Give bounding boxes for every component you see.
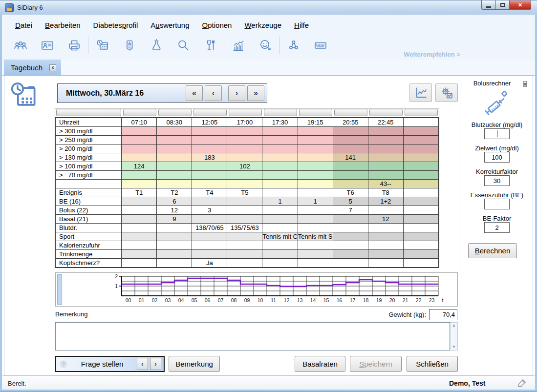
column-header-button[interactable] (405, 109, 438, 116)
diary-cell[interactable] (403, 224, 438, 232)
diary-cell[interactable] (368, 206, 403, 215)
diary-cell[interactable] (333, 215, 368, 224)
diary-cell[interactable] (333, 162, 368, 171)
diary-cell[interactable] (298, 127, 333, 136)
menu-bearbeiten[interactable]: Bearbeiten (39, 20, 87, 31)
diary-cell[interactable] (157, 127, 192, 136)
diary-cell[interactable]: 9 (157, 215, 192, 224)
diary-cell[interactable] (122, 180, 157, 188)
diary-cell[interactable] (192, 197, 227, 206)
toolbar-statistics-button[interactable] (225, 35, 252, 56)
diary-cell[interactable]: 22:45 (368, 118, 403, 127)
berechnen-button[interactable]: Berechnen (468, 243, 517, 258)
ask-question-panel[interactable]: ? Frage stellen ‹› (55, 356, 165, 372)
diary-cell[interactable] (227, 241, 262, 250)
diary-cell[interactable] (262, 127, 298, 136)
diary-cell[interactable] (298, 224, 333, 232)
toolbar-print-button[interactable] (61, 35, 87, 56)
statistics-view-button[interactable] (409, 83, 432, 102)
diary-cell[interactable] (403, 171, 438, 180)
diary-cell[interactable] (368, 171, 403, 180)
diary-cell[interactable] (192, 171, 227, 180)
diary-cell[interactable] (122, 144, 157, 153)
diary-cell[interactable]: 5 (333, 197, 368, 206)
diary-cell[interactable] (122, 259, 157, 268)
remark-button[interactable]: Bemerkung (169, 356, 220, 372)
diary-cell[interactable] (262, 180, 298, 188)
chart-grip-handle[interactable] (57, 274, 62, 305)
diary-cell[interactable] (227, 153, 262, 162)
diary-cell[interactable] (262, 250, 298, 259)
diary-cell[interactable] (298, 250, 333, 259)
diary-cell[interactable] (227, 206, 262, 215)
zielwert-input[interactable] (484, 152, 510, 163)
diary-cell[interactable] (227, 215, 262, 224)
diary-cell[interactable] (227, 197, 262, 206)
diary-cell[interactable] (368, 144, 403, 153)
diary-cell[interactable] (157, 241, 192, 250)
korrekturfaktor-input[interactable] (484, 175, 510, 186)
save-button[interactable]: Speichern (350, 356, 402, 372)
diary-cell[interactable] (298, 136, 333, 144)
diary-cell[interactable] (122, 136, 157, 144)
menu-werkzeuge[interactable]: Werkzeuge (238, 20, 288, 31)
menu-datei[interactable]: Datei (9, 20, 39, 31)
diary-cell[interactable] (368, 153, 403, 162)
diary-cell[interactable]: 183 (192, 153, 227, 162)
diary-cell[interactable] (403, 197, 438, 206)
diary-cell[interactable] (227, 127, 262, 136)
diary-cell[interactable] (403, 259, 438, 268)
diary-cell[interactable] (157, 180, 192, 188)
diary-cell[interactable]: 141 (333, 153, 368, 162)
diary-cell[interactable] (122, 171, 157, 180)
be-faktor-input[interactable] (484, 222, 510, 233)
diary-cell[interactable] (368, 162, 403, 171)
diary-cell[interactable] (298, 153, 333, 162)
diary-cell[interactable] (333, 241, 368, 250)
diary-cell[interactable]: 17:30 (262, 118, 298, 127)
diary-cell[interactable]: 7 (333, 206, 368, 215)
diary-cell[interactable] (192, 241, 227, 250)
diary-cell[interactable] (157, 259, 192, 268)
column-header-button[interactable] (264, 109, 297, 116)
diary-cell[interactable] (192, 127, 227, 136)
diary-cell[interactable]: T4 (192, 188, 227, 197)
diary-cell[interactable]: T8 (368, 188, 403, 197)
toolbar-search-button[interactable] (170, 35, 196, 56)
diary-cell[interactable] (403, 250, 438, 259)
toolbar-diary-button[interactable] (89, 35, 116, 56)
toolbar-nutrition-button[interactable] (196, 35, 223, 56)
diary-cell[interactable] (262, 136, 298, 144)
diary-cell[interactable] (368, 259, 403, 268)
diary-cell[interactable]: Tennis mit C (262, 232, 298, 241)
diary-cell[interactable] (157, 153, 192, 162)
diary-cell[interactable] (262, 259, 298, 268)
diary-cell[interactable] (333, 180, 368, 188)
diary-cell[interactable] (192, 215, 227, 224)
essenszufuhr-input[interactable] (484, 199, 510, 209)
diary-cell[interactable] (368, 241, 403, 250)
menu-optionen[interactable]: Optionen (196, 20, 238, 31)
diary-cell[interactable] (122, 241, 157, 250)
diary-cell[interactable] (403, 206, 438, 215)
diary-cell[interactable] (192, 180, 227, 188)
weight-input[interactable]: 70,4 (429, 309, 457, 320)
diary-cell[interactable] (403, 180, 438, 188)
column-header-button[interactable] (158, 109, 192, 116)
prev-week-button[interactable]: « (186, 85, 203, 101)
remark-scrollbar[interactable]: ▲ ▼ (450, 322, 458, 351)
diary-cell[interactable] (192, 136, 227, 144)
diary-cell[interactable] (368, 127, 403, 136)
diary-cell[interactable] (227, 259, 262, 268)
diary-cell[interactable]: T2 (157, 188, 192, 197)
diary-cell[interactable] (333, 136, 368, 144)
diary-cell[interactable] (298, 188, 333, 197)
diary-cell[interactable] (403, 127, 438, 136)
toolbar-users-button[interactable] (7, 35, 34, 56)
diary-cell[interactable] (192, 162, 227, 171)
diary-cell[interactable] (298, 162, 333, 171)
diary-cell[interactable] (192, 144, 227, 153)
diary-cell[interactable] (298, 241, 333, 250)
diary-cell[interactable] (227, 232, 262, 241)
column-header-button[interactable] (369, 109, 403, 116)
